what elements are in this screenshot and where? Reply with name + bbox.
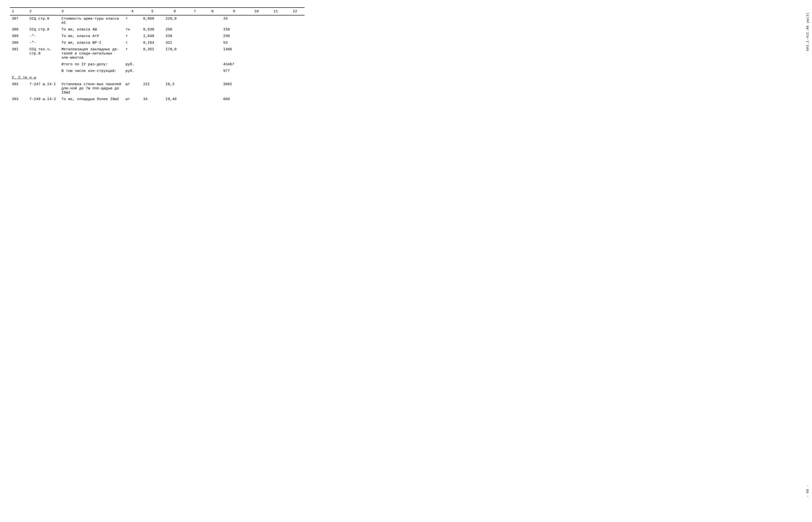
table-row: 388ССЦ стр.8То же, класса АШтн0,630250I5… (10, 26, 305, 33)
row-qty: 34 (141, 96, 163, 103)
table-row: 3927-247 ш.I4-IУстановка стено-вых панел… (10, 81, 305, 96)
row-col7 (186, 61, 204, 68)
row-description: То же, класса ВР-I (59, 40, 123, 46)
row-unit: руб. (123, 68, 141, 74)
table-row: 387ССЦ стр.8Стоимость арма-туры класса А… (10, 15, 305, 26)
row-id: 389 (10, 33, 27, 40)
row-col12 (285, 81, 305, 96)
row-source: -"- (27, 33, 59, 40)
header-col3: 3 (59, 7, 123, 15)
row-total: 250 (221, 33, 247, 40)
row-qty: I,048 (141, 33, 163, 40)
row-total: 43467 (221, 61, 247, 68)
row-description: Стоимость арма-туры класса АI (59, 15, 123, 26)
row-col10 (247, 33, 266, 40)
row-col12 (285, 15, 305, 26)
row-unit: т (123, 33, 141, 40)
row-col12 (285, 33, 305, 40)
row-qty (141, 61, 163, 68)
row-id (10, 68, 27, 74)
row-price: 239 (163, 33, 186, 40)
table-row: 389-"-То же, класса АтУтI,048239250 (10, 33, 305, 40)
row-price: I6,3 (163, 81, 186, 96)
main-table: 1 2 3 4 5 6 7 8 9 10 11 12 387ССЦ стр.8С… (10, 7, 305, 103)
row-id: 390 (10, 40, 27, 46)
table-row: 39IССЦ тех.ч. стр.8Металлизация закладны… (10, 46, 305, 61)
row-qty: 8,35I (141, 46, 163, 61)
row-description: Итого по IУ раз-делу: (59, 61, 123, 68)
row-price: 32I (163, 40, 186, 46)
row-source: ССЦ стр.8 (27, 15, 59, 26)
row-unit: тн (123, 26, 141, 33)
row-col11 (266, 96, 285, 103)
row-unit: шт (123, 81, 141, 96)
row-unit: т (123, 15, 141, 26)
row-col11 (266, 15, 285, 26)
row-col12 (285, 61, 305, 68)
row-col12 (285, 46, 305, 61)
row-col8 (204, 40, 221, 46)
row-price: I9,40 (163, 96, 186, 103)
row-id (10, 61, 27, 68)
row-col10 (247, 81, 266, 96)
row-id: 39I (10, 46, 27, 61)
header-col5: 5 (141, 7, 163, 15)
row-description: То же, класса АШ (59, 26, 123, 33)
row-description: То же, класса АтУ (59, 33, 123, 40)
row-col8 (204, 61, 221, 68)
row-price (163, 61, 186, 68)
row-col12 (285, 68, 305, 74)
table-row: 3937-249 ш.I4-2То же, площадью более I0м… (10, 96, 305, 103)
row-col12 (285, 40, 305, 46)
row-qty: 0,I64 (141, 40, 163, 46)
row-total: 977 (221, 68, 247, 74)
header-col2: 2 (27, 7, 59, 15)
header-col11: 11 (266, 7, 285, 15)
row-col11 (266, 68, 285, 74)
row-col8 (204, 46, 221, 61)
row-col8 (204, 33, 221, 40)
row-unit: руб. (123, 61, 141, 68)
row-unit: т (123, 46, 141, 61)
row-description: Металлизация закладных де-талей и соеди-… (59, 46, 123, 61)
table-row: В том числе кон-струкций:руб.977 (10, 68, 305, 74)
row-col7 (186, 26, 204, 33)
table-row: Итого по IУ раз-делу:руб.43467 (10, 61, 305, 68)
row-col7 (186, 96, 204, 103)
row-col7 (186, 46, 204, 61)
header-col9: 9 (221, 7, 247, 15)
row-price: 250 (163, 26, 186, 33)
row-col7 (186, 40, 204, 46)
row-total: 660 (221, 96, 247, 103)
row-col10 (247, 26, 266, 33)
row-col10 (247, 40, 266, 46)
row-col8 (204, 81, 221, 96)
header-col10: 10 (247, 7, 266, 15)
header-col1: 1 (10, 7, 27, 15)
row-col12 (285, 26, 305, 33)
row-qty: 0,630 (141, 26, 163, 33)
table-row: У. С те н ы (10, 74, 305, 81)
row-col7 (186, 81, 204, 96)
row-col10 (247, 68, 266, 74)
row-col11 (266, 81, 285, 96)
row-total: I6 (221, 15, 247, 26)
row-description: Установка стено-вых панелей дли-ной до 7… (59, 81, 123, 96)
row-unit: т (123, 40, 141, 46)
row-col10 (247, 61, 266, 68)
row-col8 (204, 96, 221, 103)
row-col7 (186, 15, 204, 26)
header-col8: 8 (204, 7, 221, 15)
row-source (27, 61, 59, 68)
row-col10 (247, 46, 266, 61)
row-total: 3602 (221, 81, 247, 96)
row-total: I58 (221, 26, 247, 33)
row-source: ССЦ тех.ч. стр.8 (27, 46, 59, 61)
page-container: 503_1-41С.86 уш(3) - 66 - 1 2 3 4 5 6 (10, 7, 305, 103)
row-source: 7-249 ш.I4-2 (27, 96, 59, 103)
row-col10 (247, 15, 266, 26)
header-col7: 7 (186, 7, 204, 15)
row-source: 7-247 ш.I4-I (27, 81, 59, 96)
row-col11 (266, 46, 285, 61)
row-col11 (266, 26, 285, 33)
